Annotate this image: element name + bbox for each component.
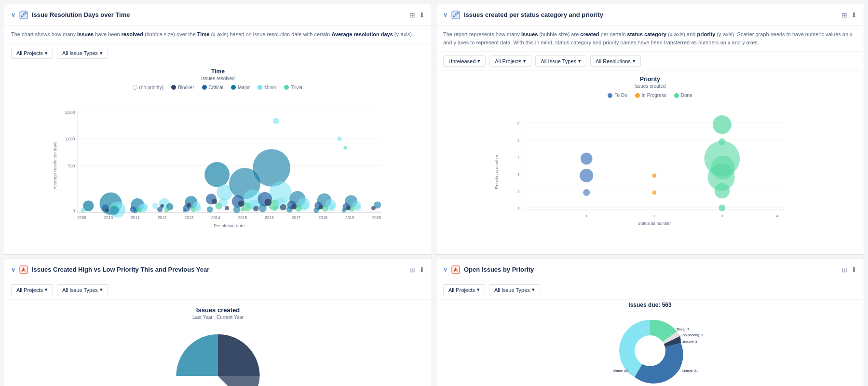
panel4-donut-svg: Minor: 85 Trivial: 7 (no priority): 1 Bl… — [573, 312, 727, 386]
svg-text:1,000: 1,000 — [65, 137, 75, 141]
legend-label-blocker: Blocker — [178, 85, 194, 90]
download-icon3[interactable]: ⬇ — [419, 266, 425, 274]
svg-point-72 — [240, 207, 244, 211]
chart-icon1 — [19, 11, 28, 19]
collapse-icon4[interactable]: ∨ — [443, 266, 448, 273]
chevron-projects2: ▾ — [523, 58, 526, 64]
svg-text:6: 6 — [517, 121, 520, 125]
svg-text:Priority as number: Priority as number — [494, 154, 499, 189]
panel2-filter-issue-types[interactable]: All Issue Types ▾ — [535, 55, 586, 67]
svg-point-98 — [343, 146, 347, 149]
panel2-title-text: Issues created per status category and p… — [464, 11, 603, 18]
panel1-chart-subtitle: Issues resolved — [9, 76, 427, 81]
panel2-chart-area: Priority Issues created To Do In Progres… — [436, 71, 864, 254]
panel1-description: The chart shows how many issues have bee… — [4, 26, 432, 44]
panel3-header: ∨ Issues Created High vs Low Priority Th… — [4, 259, 432, 280]
download-icon1[interactable]: ⬇ — [419, 11, 425, 19]
svg-text:2016: 2016 — [265, 215, 274, 220]
svg-text:Trivial: 7: Trivial: 7 — [676, 327, 689, 331]
panel1-filter-issue-types[interactable]: All Issue Types ▾ — [57, 48, 108, 59]
panel3-filter-issue-types[interactable]: All Issue Types ▾ — [57, 284, 108, 295]
collapse-icon2[interactable]: ∨ — [443, 12, 448, 18]
legend-critical: Critical — [202, 85, 224, 90]
grid-icon4[interactable]: ⊞ — [841, 266, 847, 274]
panel1-filter-bar: All Projects ▾ All Issue Types ▾ — [4, 44, 432, 63]
svg-point-133 — [580, 169, 593, 182]
panel4-chart-area: Issues due: 563 — [436, 300, 864, 386]
issues-due-label: Issues due: 563 — [628, 302, 671, 308]
svg-point-34 — [106, 208, 109, 212]
svg-point-107 — [371, 206, 376, 210]
svg-point-142 — [715, 183, 730, 199]
panel-open-issues-priority: ∨ Open Issues by Priority ⊞ ⬇ All Projec… — [436, 259, 864, 386]
svg-point-2 — [23, 14, 25, 15]
svg-point-47 — [160, 204, 163, 207]
legend-dot-blocker — [171, 85, 176, 90]
panel3-chart-area: Issues created Last Year Current Year — [4, 300, 432, 386]
legend2-inprogress: In Progress — [635, 93, 666, 98]
panel2-filter-unreleased[interactable]: Unreleased ▾ — [443, 55, 486, 67]
svg-point-80 — [280, 204, 286, 210]
legend-dot-minor — [258, 85, 262, 90]
grid-icon2[interactable]: ⊞ — [841, 11, 847, 19]
panel1-legend: (no priority) Blocker Critical Major Min… — [9, 85, 427, 90]
panel1-title: ∨ Issue Resolution Days over Time — [11, 11, 130, 19]
panel1-chart-title: Time — [9, 68, 427, 75]
panel2-filter-bar: Unreleased ▾ All Projects ▾ All Issue Ty… — [436, 52, 864, 71]
svg-point-93 — [322, 205, 328, 211]
collapse-icon1[interactable]: ∨ — [11, 12, 15, 18]
chevron-types2: ▾ — [578, 58, 581, 64]
panel2-legend: To Do In Progress Done — [441, 93, 859, 98]
chevron-projects3: ▾ — [45, 287, 48, 293]
collapse-icon3[interactable]: ∨ — [11, 266, 15, 273]
svg-point-3 — [25, 12, 27, 14]
svg-text:2009: 2009 — [77, 215, 86, 220]
panel2-filter-resolutions[interactable]: All Resolutions ▾ — [590, 55, 641, 67]
svg-text:4: 4 — [776, 214, 778, 218]
svg-text:2011: 2011 — [131, 215, 140, 220]
chart1-svg: Average resolution days 1,500 1,000 500 … — [9, 94, 427, 237]
svg-text:2018: 2018 — [318, 215, 327, 220]
svg-text:2012: 2012 — [158, 215, 167, 220]
grid-icon1[interactable]: ⊞ — [409, 11, 415, 19]
svg-text:Critical: 21: Critical: 21 — [682, 369, 698, 373]
svg-point-61 — [219, 197, 228, 207]
legend-dot-nopriority — [133, 85, 137, 90]
grid-icon3[interactable]: ⊞ — [409, 266, 415, 274]
legend2-dot-inprogress — [635, 93, 640, 98]
svg-point-54 — [195, 205, 201, 211]
svg-point-36 — [110, 206, 119, 215]
svg-point-95 — [328, 204, 336, 211]
panel2-chart-subtitle: Issues created — [441, 83, 859, 89]
svg-text:2014: 2014 — [211, 215, 220, 220]
panel3-actions: ⊞ ⬇ — [409, 266, 425, 274]
chevron-projects4: ▾ — [477, 287, 480, 293]
panel4-filter-projects[interactable]: All Projects ▾ — [443, 284, 485, 295]
svg-text:2013: 2013 — [185, 215, 194, 220]
legend-nopriority: (no priority) — [133, 85, 164, 90]
panel1-actions: ⊞ ⬇ — [409, 11, 425, 19]
svg-point-94 — [318, 205, 323, 209]
panel4-filter-issue-types[interactable]: All Issue Types ▾ — [489, 284, 540, 295]
panel2-title: ∨ Issues created per status category and… — [443, 11, 603, 19]
download-icon4[interactable]: ⬇ — [851, 266, 857, 274]
panel3-filter-projects[interactable]: All Projects ▾ — [11, 284, 53, 295]
svg-point-60 — [212, 198, 217, 204]
panel1-chart-area: Time Issues resolved (no priority) Block… — [4, 63, 432, 255]
download-icon2[interactable]: ⬇ — [851, 11, 857, 19]
svg-text:1: 1 — [585, 214, 587, 218]
dashboard: ∨ Issue Resolution Days over Time ⊞ ⬇ Th… — [0, 0, 868, 386]
svg-point-68 — [238, 200, 244, 207]
panel3-chart-title: Issues created — [196, 306, 240, 314]
svg-point-55 — [183, 208, 186, 212]
legend2-done: Done — [674, 93, 692, 98]
svg-point-56 — [204, 162, 230, 187]
panel3-filter-bar: All Projects ▾ All Issue Types ▾ — [4, 280, 432, 300]
panel1-filter-projects[interactable]: All Projects ▾ — [11, 48, 53, 59]
legend-minor: Minor — [258, 85, 276, 90]
chevron-resolutions: ▾ — [633, 58, 636, 64]
svg-point-77 — [264, 198, 271, 206]
panel2-filter-projects[interactable]: All Projects ▾ — [489, 55, 531, 67]
legend-dot-trivial — [284, 85, 289, 90]
svg-text:1: 1 — [517, 206, 519, 210]
